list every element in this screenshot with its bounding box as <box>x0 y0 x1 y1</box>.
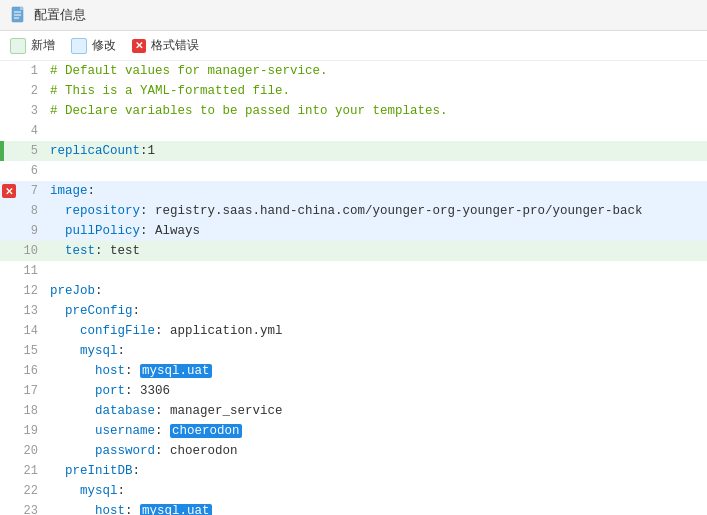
modify-label: 修改 <box>92 37 116 54</box>
line-indicator-22 <box>0 481 18 501</box>
line-indicator-2 <box>0 81 18 101</box>
line-indicator-7: ✕ <box>0 181 18 201</box>
line-number-9: 9 <box>18 221 46 241</box>
code-line-22: 22 mysql: <box>0 481 707 501</box>
line-content-3: # Declare variables to be passed into yo… <box>46 101 707 121</box>
line-content-8: repository: registry.saas.hand-china.com… <box>46 201 707 221</box>
line-number-2: 2 <box>18 81 46 101</box>
line-indicator-18 <box>0 401 18 421</box>
code-line-4: 4 <box>0 121 707 141</box>
line-content-18: database: manager_service <box>46 401 707 421</box>
line-number-6: 6 <box>18 161 46 181</box>
line-content-13: preConfig: <box>46 301 707 321</box>
legend-modify: 修改 <box>71 37 116 54</box>
code-line-10: 10 test: test <box>0 241 707 261</box>
line-indicator-11 <box>0 261 18 281</box>
line-indicator-10 <box>0 241 18 261</box>
line-content-2: # This is a YAML-formatted file. <box>46 81 707 101</box>
add-swatch <box>10 38 26 54</box>
line-content-17: port: 3306 <box>46 381 707 401</box>
code-line-2: 2# This is a YAML-formatted file. <box>0 81 707 101</box>
line-content-23: host: mysql.uat <box>46 501 707 515</box>
line-content-16: host: mysql.uat <box>46 361 707 381</box>
code-line-16: 16 host: mysql.uat <box>0 361 707 381</box>
legend-error: ✕ 格式错误 <box>132 37 199 54</box>
line-content-14: configFile: application.yml <box>46 321 707 341</box>
code-line-19: 19 username: choerodon <box>0 421 707 441</box>
line-number-20: 20 <box>18 441 46 461</box>
code-line-7: ✕7image: <box>0 181 707 201</box>
line-indicator-9 <box>0 221 18 241</box>
code-line-12: 12preJob: <box>0 281 707 301</box>
legend-add: 新增 <box>10 37 55 54</box>
line-number-15: 15 <box>18 341 46 361</box>
line-indicator-17 <box>0 381 18 401</box>
line-number-13: 13 <box>18 301 46 321</box>
line-number-16: 16 <box>18 361 46 381</box>
error-label: 格式错误 <box>151 37 199 54</box>
code-line-6: 6 <box>0 161 707 181</box>
line-number-14: 14 <box>18 321 46 341</box>
line-content-5: replicaCount:1 <box>46 141 707 161</box>
line-indicator-12 <box>0 281 18 301</box>
line-indicator-13 <box>0 301 18 321</box>
line-number-5: 5 <box>18 141 46 161</box>
code-line-18: 18 database: manager_service <box>0 401 707 421</box>
line-content-10: test: test <box>46 241 707 261</box>
line-indicator-14 <box>0 321 18 341</box>
code-area: 1# Default values for manager-service.2#… <box>0 61 707 515</box>
code-line-3: 3# Declare variables to be passed into y… <box>0 101 707 121</box>
line-number-8: 8 <box>18 201 46 221</box>
line-content-22: mysql: <box>46 481 707 501</box>
file-icon <box>10 6 28 24</box>
code-line-15: 15 mysql: <box>0 341 707 361</box>
svg-rect-1 <box>20 7 23 10</box>
code-line-8: 8 repository: registry.saas.hand-china.c… <box>0 201 707 221</box>
line-number-21: 21 <box>18 461 46 481</box>
line-indicator-19 <box>0 421 18 441</box>
line-indicator-21 <box>0 461 18 481</box>
line-content-20: password: choerodon <box>46 441 707 461</box>
line-indicator-15 <box>0 341 18 361</box>
code-line-14: 14 configFile: application.yml <box>0 321 707 341</box>
line-number-12: 12 <box>18 281 46 301</box>
add-label: 新增 <box>31 37 55 54</box>
line-number-3: 3 <box>18 101 46 121</box>
line-content-4 <box>46 121 707 141</box>
code-line-1: 1# Default values for manager-service. <box>0 61 707 81</box>
header: 配置信息 <box>0 0 707 31</box>
line-number-18: 18 <box>18 401 46 421</box>
modify-swatch <box>71 38 87 54</box>
line-content-15: mysql: <box>46 341 707 361</box>
line-content-1: # Default values for manager-service. <box>46 61 707 81</box>
line-content-21: preInitDB: <box>46 461 707 481</box>
line-content-19: username: choerodon <box>46 421 707 441</box>
line-number-22: 22 <box>18 481 46 501</box>
line-indicator-6 <box>0 161 18 181</box>
line-number-17: 17 <box>18 381 46 401</box>
line-indicator-23 <box>0 501 18 515</box>
code-line-23: 23 host: mysql.uat <box>0 501 707 515</box>
error-line-icon: ✕ <box>2 184 16 198</box>
code-line-11: 11 <box>0 261 707 281</box>
line-content-6 <box>46 161 707 181</box>
line-content-9: pullPolicy: Always <box>46 221 707 241</box>
line-indicator-8 <box>0 201 18 221</box>
line-indicator-3 <box>0 101 18 121</box>
line-number-19: 19 <box>18 421 46 441</box>
line-content-12: preJob: <box>46 281 707 301</box>
code-line-5: 5replicaCount:1 <box>0 141 707 161</box>
legend-bar: 新增 修改 ✕ 格式错误 <box>0 31 707 61</box>
line-number-11: 11 <box>18 261 46 281</box>
code-line-9: 9 pullPolicy: Always <box>0 221 707 241</box>
line-content-11 <box>46 261 707 281</box>
line-number-23: 23 <box>18 501 46 515</box>
code-line-20: 20 password: choerodon <box>0 441 707 461</box>
line-indicator-16 <box>0 361 18 381</box>
header-title: 配置信息 <box>34 6 86 24</box>
line-number-1: 1 <box>18 61 46 81</box>
line-indicator-20 <box>0 441 18 461</box>
line-content-7: image: <box>46 181 707 201</box>
line-indicator-4 <box>0 121 18 141</box>
line-indicator-1 <box>0 61 18 81</box>
